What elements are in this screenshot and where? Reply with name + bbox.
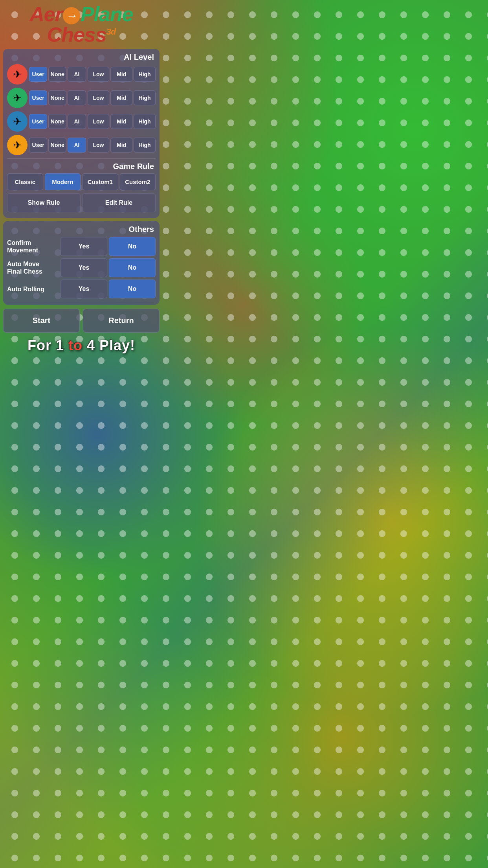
classic-btn[interactable]: Classic — [7, 173, 43, 190]
show-rule-btn[interactable]: Show Rule — [7, 193, 81, 212]
green-level-group: Low Mid High — [88, 90, 156, 105]
footer-suffix: 4 Play! — [83, 337, 135, 353]
green-btn-group: User None AI — [29, 90, 86, 105]
edit-rule-btn[interactable]: Edit Rule — [82, 193, 156, 212]
red-high-btn[interactable]: High — [134, 67, 156, 82]
auto-rolling-no-btn[interactable]: No — [109, 280, 156, 298]
player-icon-yellow: ✈ — [7, 135, 28, 155]
auto-rolling-yesno: Yes No — [61, 280, 156, 298]
blue-high-btn[interactable]: High — [134, 114, 156, 129]
start-return-row: Start Return — [3, 309, 160, 333]
player-icon-blue: ✈ — [7, 111, 28, 132]
auto-rolling-row: Auto Rolling Yes No — [7, 280, 156, 298]
blue-user-btn[interactable]: User — [29, 114, 47, 129]
auto-move-label: Auto MoveFinal Chess — [7, 260, 58, 275]
player-row-blue: ✈ User None AI Low Mid High — [7, 111, 156, 132]
modern-btn[interactable]: Modern — [45, 173, 81, 190]
blue-none-btn[interactable]: None — [48, 114, 66, 129]
auto-move-no-btn[interactable]: No — [109, 258, 156, 277]
blue-mid-btn[interactable]: Mid — [110, 114, 132, 129]
red-user-btn[interactable]: User — [29, 67, 47, 82]
return-button[interactable]: Return — [83, 309, 160, 333]
game-rule-label: Game Rule — [7, 162, 156, 171]
yellow-level-group: Low Mid High — [88, 138, 156, 153]
logo-area: Aer→Plane Chess3d — [3, 0, 160, 47]
auto-move-row: Auto MoveFinal Chess Yes No — [7, 258, 156, 277]
yellow-ai-btn[interactable]: AI — [68, 138, 86, 153]
confirm-movement-label: ConfirmMovement — [7, 239, 58, 254]
logo-3d: 3d — [106, 27, 116, 37]
blue-level-group: Low Mid High — [88, 114, 156, 129]
confirm-movement-yes-btn[interactable]: Yes — [61, 237, 107, 256]
logo-aero: Aer — [29, 3, 62, 26]
confirm-movement-yesno: Yes No — [61, 237, 156, 256]
yellow-low-btn[interactable]: Low — [88, 138, 110, 153]
yellow-high-btn[interactable]: High — [134, 138, 156, 153]
auto-rolling-label: Auto Rolling — [7, 285, 58, 293]
logo-chess: Chess — [47, 23, 106, 46]
red-level-group: Low Mid High — [88, 67, 156, 82]
player-row-yellow: ✈ User None AI Low Mid High — [7, 135, 156, 155]
green-high-btn[interactable]: High — [134, 90, 156, 105]
show-edit-row: Show Rule Edit Rule — [7, 193, 156, 212]
green-user-btn[interactable]: User — [29, 90, 47, 105]
others-section: Others ConfirmMovement Yes No Auto MoveF… — [3, 221, 160, 305]
confirm-movement-row: ConfirmMovement Yes No — [7, 237, 156, 256]
green-plane-emoji: ✈ — [13, 92, 22, 104]
green-ai-btn[interactable]: AI — [68, 90, 86, 105]
custom2-btn[interactable]: Custom2 — [120, 173, 156, 190]
player-row-green: ✈ User None AI Low Mid High — [7, 88, 156, 108]
green-low-btn[interactable]: Low — [88, 90, 110, 105]
auto-rolling-yes-btn[interactable]: Yes — [61, 280, 107, 298]
red-ai-btn[interactable]: AI — [68, 67, 86, 82]
red-plane-emoji: ✈ — [13, 68, 22, 81]
logo-plane: Plane — [81, 3, 133, 26]
player-icon-green: ✈ — [7, 88, 28, 108]
confirm-movement-no-btn[interactable]: No — [109, 237, 156, 256]
divider-1 — [7, 158, 156, 159]
footer-text: For 1 to 4 Play! — [3, 333, 160, 356]
yellow-btn-group: User None AI — [29, 138, 86, 153]
red-btn-group: User None AI — [29, 67, 86, 82]
main-panel: AI Level ✈ User None AI Low Mid High ✈ — [3, 49, 160, 218]
player-row-red: ✈ User None AI Low Mid High — [7, 64, 156, 85]
blue-plane-emoji: ✈ — [13, 116, 22, 128]
yellow-none-btn[interactable]: None — [48, 138, 66, 153]
yellow-user-btn[interactable]: User — [29, 138, 47, 153]
auto-move-yes-btn[interactable]: Yes — [61, 258, 107, 277]
red-low-btn[interactable]: Low — [88, 67, 110, 82]
others-label: Others — [7, 225, 156, 234]
footer-to: to — [68, 337, 83, 353]
auto-move-yesno: Yes No — [61, 258, 156, 277]
yellow-mid-btn[interactable]: Mid — [110, 138, 132, 153]
custom1-btn[interactable]: Custom1 — [82, 173, 118, 190]
blue-low-btn[interactable]: Low — [88, 114, 110, 129]
red-mid-btn[interactable]: Mid — [110, 67, 132, 82]
green-mid-btn[interactable]: Mid — [110, 90, 132, 105]
start-button[interactable]: Start — [3, 309, 80, 333]
blue-btn-group: User None AI — [29, 114, 86, 129]
player-icon-red: ✈ — [7, 64, 28, 85]
red-none-btn[interactable]: None — [48, 67, 66, 82]
game-rule-buttons: Classic Modern Custom1 Custom2 — [7, 173, 156, 190]
ai-level-label: AI Level — [7, 53, 156, 62]
green-none-btn[interactable]: None — [48, 90, 66, 105]
footer-prefix: For 1 — [28, 337, 68, 353]
logo-circle-arrow: → — [63, 7, 80, 24]
yellow-plane-emoji: ✈ — [13, 139, 22, 151]
blue-ai-btn[interactable]: AI — [68, 114, 86, 129]
